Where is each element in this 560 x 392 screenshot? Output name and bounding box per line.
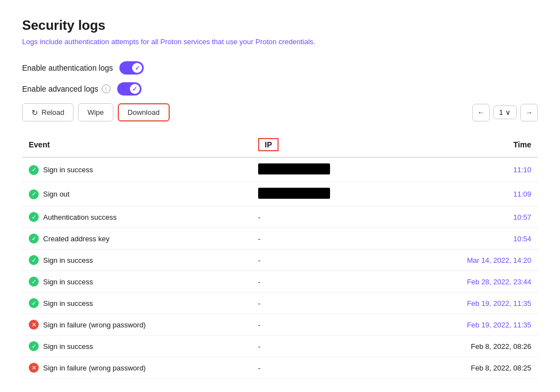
download-button[interactable]: Download bbox=[118, 103, 170, 121]
ip-cell: - bbox=[252, 271, 401, 293]
event-label: Sign in failure (wrong password) bbox=[43, 364, 146, 372]
ip-cell: - bbox=[252, 336, 401, 357]
table-row: ✕ Sign in failure (wrong password) -Feb … bbox=[22, 357, 538, 379]
event-label: Sign out bbox=[43, 190, 70, 198]
event-label: Sign in success bbox=[43, 166, 93, 174]
event-cell: ✓ Sign out bbox=[22, 182, 252, 206]
auth-logs-toggle-row: Enable authentication logs ✓ bbox=[22, 61, 538, 75]
reload-button[interactable]: ↻ Reload bbox=[22, 103, 74, 121]
event-label: Sign in success bbox=[43, 256, 93, 264]
status-failure-icon: ✕ bbox=[29, 363, 39, 373]
col-event-header: Event bbox=[22, 133, 252, 157]
toolbar-left: ↻ Reload Wipe Download bbox=[22, 103, 170, 121]
ip-cell: - bbox=[252, 250, 401, 271]
event-label: Sign in failure (wrong password) bbox=[43, 321, 146, 329]
auth-logs-toggle[interactable]: ✓ bbox=[119, 61, 144, 75]
table-row: ✓ Sign in success -Mar 14, 2022, 14:20 bbox=[22, 250, 538, 271]
time-cell: 10:54 bbox=[401, 228, 538, 250]
page-number-select[interactable]: 1 ∨ bbox=[493, 105, 517, 119]
reload-icon: ↻ bbox=[32, 108, 38, 117]
time-cell: Feb 19, 2022, 11:35 bbox=[401, 293, 538, 314]
ip-cell: - bbox=[252, 293, 401, 314]
status-success-icon: ✓ bbox=[29, 298, 39, 308]
ip-cell: - bbox=[252, 314, 401, 336]
next-page-button[interactable]: → bbox=[520, 104, 538, 121]
event-cell: ✓ Authentication success bbox=[22, 206, 252, 228]
status-success-icon: ✓ bbox=[29, 341, 39, 351]
time-cell: Feb 19, 2022, 11:35 bbox=[401, 314, 538, 336]
time-cell: 11:10 bbox=[401, 157, 538, 182]
table-row: ✕ Sign in failure (wrong password) -Feb … bbox=[22, 314, 538, 336]
event-label: Sign in success bbox=[43, 299, 93, 308]
table-row: ✓ Sign in success -Feb 19, 2022, 11:35 bbox=[22, 293, 538, 314]
event-cell: ✓ Sign in success bbox=[22, 250, 252, 271]
ip-redacted bbox=[258, 163, 330, 174]
advanced-logs-label: Enable advanced logs i bbox=[22, 84, 111, 93]
ip-cell bbox=[252, 182, 401, 206]
event-cell: ✓ Sign in success bbox=[22, 271, 252, 293]
table-header-row: Event IP Time bbox=[22, 133, 538, 157]
ip-cell bbox=[252, 157, 401, 182]
event-label: Sign in success bbox=[43, 278, 93, 286]
event-cell: ✓ Sign in success bbox=[22, 293, 252, 314]
event-cell: ✓ Sign in success bbox=[22, 336, 252, 357]
toggle-check-icon: ✓ bbox=[135, 65, 140, 72]
logs-table: Event IP Time ✓ Sign in success 11:10 ✓ … bbox=[22, 133, 538, 379]
status-failure-icon: ✕ bbox=[29, 320, 39, 330]
info-icon[interactable]: i bbox=[102, 84, 111, 93]
status-success-icon: ✓ bbox=[29, 165, 39, 175]
time-cell: Mar 14, 2022, 14:20 bbox=[401, 250, 538, 271]
advanced-logs-toggle-row: Enable advanced logs i ✓ bbox=[22, 82, 538, 96]
event-label: Sign in success bbox=[43, 342, 93, 351]
status-success-icon: ✓ bbox=[29, 189, 39, 199]
prev-page-button[interactable]: ← bbox=[472, 104, 490, 121]
pagination: ← 1 ∨ → bbox=[472, 104, 538, 121]
ip-redacted bbox=[258, 188, 330, 199]
table-row: ✓ Sign in success 11:10 bbox=[22, 157, 538, 182]
auth-logs-label: Enable authentication logs bbox=[22, 63, 113, 72]
toolbar: ↻ Reload Wipe Download ← 1 ∨ → bbox=[22, 103, 538, 121]
wipe-button[interactable]: Wipe bbox=[78, 103, 113, 121]
status-success-icon: ✓ bbox=[29, 255, 39, 265]
chevron-down-icon: ∨ bbox=[505, 108, 511, 116]
toggle-check-icon-2: ✓ bbox=[132, 86, 137, 93]
table-row: ✓ Authentication success -10:57 bbox=[22, 206, 538, 228]
time-cell: 10:57 bbox=[401, 206, 538, 228]
status-success-icon: ✓ bbox=[29, 212, 39, 222]
event-cell: ✕ Sign in failure (wrong password) bbox=[22, 314, 252, 336]
event-cell: ✕ Sign in failure (wrong password) bbox=[22, 357, 252, 379]
table-row: ✓ Sign out 11:09 bbox=[22, 182, 538, 206]
ip-cell: - bbox=[252, 206, 401, 228]
time-cell: Feb 8, 2022, 08:25 bbox=[401, 357, 538, 379]
event-label: Created address key bbox=[43, 235, 109, 243]
time-cell: Feb 8, 2022, 08:26 bbox=[401, 336, 538, 357]
page-title: Security logs bbox=[22, 18, 538, 33]
table-row: ✓ Sign in success -Feb 28, 2022, 23:44 bbox=[22, 271, 538, 293]
time-cell: 11:09 bbox=[401, 182, 538, 206]
ip-cell: - bbox=[252, 357, 401, 379]
status-success-icon: ✓ bbox=[29, 234, 39, 243]
time-cell: Feb 28, 2022, 23:44 bbox=[401, 271, 538, 293]
col-time-header: Time bbox=[401, 133, 538, 157]
event-cell: ✓ Sign in success bbox=[22, 157, 252, 182]
event-cell: ✓ Created address key bbox=[22, 228, 252, 250]
table-row: ✓ Created address key -10:54 bbox=[22, 228, 538, 250]
ip-cell: - bbox=[252, 228, 401, 250]
advanced-logs-toggle[interactable]: ✓ bbox=[117, 82, 142, 96]
status-success-icon: ✓ bbox=[29, 277, 39, 287]
col-ip-header: IP bbox=[252, 133, 401, 157]
event-label: Authentication success bbox=[43, 213, 117, 221]
table-row: ✓ Sign in success -Feb 8, 2022, 08:26 bbox=[22, 336, 538, 357]
page-subtitle: Logs include authentication attempts for… bbox=[22, 38, 538, 46]
